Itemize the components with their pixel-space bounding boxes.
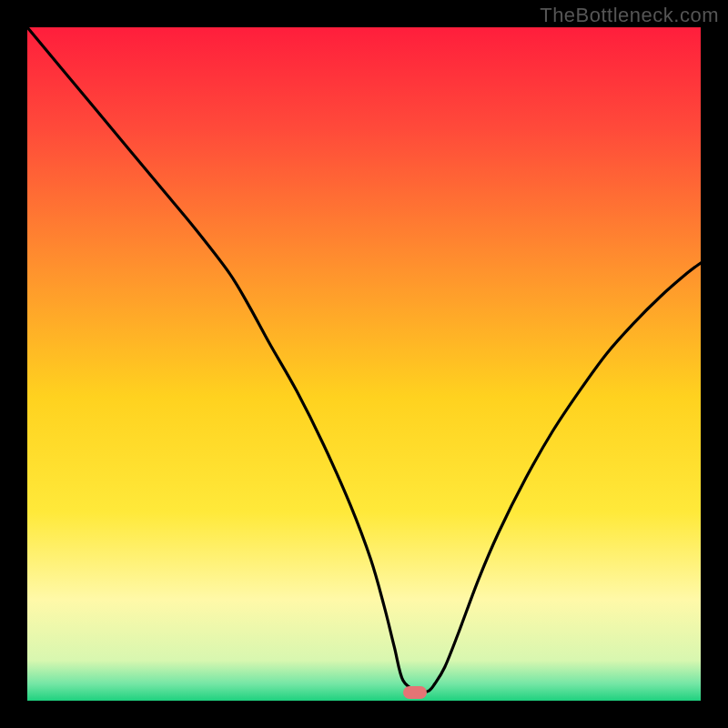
watermark-text: TheBottleneck.com xyxy=(540,4,719,27)
plot-area xyxy=(27,27,701,701)
optimal-point-marker xyxy=(403,686,427,699)
plot-svg xyxy=(27,27,701,701)
chart-container: TheBottleneck.com xyxy=(0,0,728,728)
